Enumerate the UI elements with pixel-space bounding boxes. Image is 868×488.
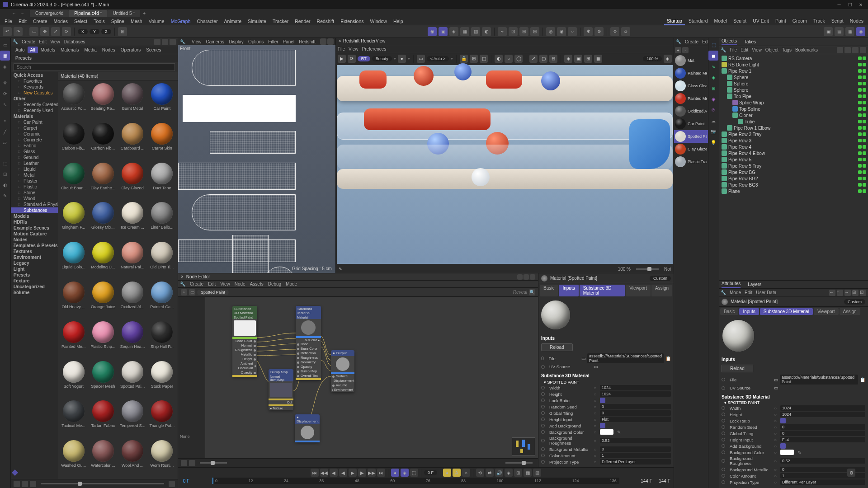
workplane-icon[interactable]: ◎ xyxy=(546,27,555,36)
material-item[interactable]: Circuit Boar... xyxy=(61,163,86,199)
extra-tool-icon-3[interactable]: ◐ xyxy=(0,180,10,190)
tool-icon-4[interactable]: ◐ xyxy=(482,27,491,36)
extras-icon[interactable]: ⊞ xyxy=(514,469,522,477)
color-swatch[interactable] xyxy=(780,450,794,455)
snap-icon-2[interactable]: ⊞ xyxy=(519,27,528,36)
extras-icon-3[interactable]: ▨ xyxy=(533,469,541,477)
tab-assign[interactable]: Assign xyxy=(651,285,672,296)
node-output[interactable]: ● Output Surface Displacement Volume Env… xyxy=(331,350,354,392)
material-item[interactable]: Worn Rusti... xyxy=(149,440,175,476)
asset-tab-operators[interactable]: Operators xyxy=(118,47,143,53)
menu-simulate[interactable]: Simulate xyxy=(245,18,269,25)
tool-icon-2[interactable]: ▦ xyxy=(460,27,469,36)
render-icon[interactable]: ▣ xyxy=(824,27,833,36)
asset-menu-create[interactable]: Create xyxy=(22,39,35,44)
poly-mode-icon[interactable]: ▱ xyxy=(0,137,10,147)
snap-icon[interactable]: ⊡ xyxy=(509,27,518,36)
close-button[interactable]: ✕ xyxy=(856,2,865,7)
current-frame-field[interactable]: 0 F xyxy=(424,470,437,475)
object-row[interactable]: Plane xyxy=(720,188,867,194)
rv-icon-7[interactable]: ◈ xyxy=(564,55,572,63)
menu-extensions[interactable]: Extensions xyxy=(338,18,366,25)
pingpong-icon[interactable]: ⇄ xyxy=(486,469,494,477)
render-queue-icon[interactable]: ▤ xyxy=(835,27,844,36)
tab-viewport[interactable]: Viewport xyxy=(626,285,651,296)
key-marker-icon[interactable] xyxy=(12,469,18,476)
tl-end1[interactable]: 144 F xyxy=(637,479,656,483)
zoom-fit-icon[interactable]: ◈ xyxy=(664,55,672,63)
maximize-button[interactable]: ☐ xyxy=(845,2,854,7)
attr-menu-mode[interactable]: Mode xyxy=(730,290,741,295)
camera-icon[interactable]: 📷 xyxy=(708,127,718,136)
next-key-button[interactable]: ▶▶ xyxy=(368,469,376,477)
asset-tab-auto[interactable]: Auto xyxy=(13,47,28,53)
asset-menu-edit[interactable]: Edit xyxy=(39,39,47,44)
material-item[interactable]: Car Paint xyxy=(149,83,175,119)
misc-icon[interactable]: ✱ xyxy=(584,27,593,36)
tool-icon[interactable]: ◈ xyxy=(449,27,458,36)
menu-spline[interactable]: Spline xyxy=(108,18,127,25)
material-item[interactable]: Carbon Fib... xyxy=(61,123,86,159)
menu-mesh[interactable]: Mesh xyxy=(128,18,145,25)
asset-menu-db[interactable]: Databases xyxy=(64,39,85,44)
timeline-track[interactable]: 012243648607688100112124136 xyxy=(212,478,619,484)
ne-add-icon[interactable]: + xyxy=(181,289,187,296)
ne-list-icon[interactable] xyxy=(189,460,195,466)
tree-item[interactable]: Example Scenes xyxy=(11,225,58,231)
checkbox[interactable] xyxy=(600,398,605,403)
value-field[interactable]: 0.52 xyxy=(780,458,865,464)
tree-item[interactable]: Quick Access xyxy=(11,72,58,78)
layout-startup[interactable]: Startup xyxy=(664,17,685,25)
vp-menu-cameras[interactable]: Cameras xyxy=(206,39,225,44)
play-back-button[interactable]: ◀ xyxy=(339,469,347,477)
vp-menu-panel[interactable]: Panel xyxy=(283,39,295,44)
node-minimap[interactable] xyxy=(512,437,535,455)
asset-tab-all[interactable]: All xyxy=(28,47,38,53)
ne-menu-assets[interactable]: Assets xyxy=(250,282,264,286)
object-row[interactable]: Sphere xyxy=(720,74,867,80)
asset-tab-scenes[interactable]: Scenes xyxy=(143,47,164,53)
vp-menu-view[interactable]: View xyxy=(192,39,202,44)
value-field[interactable]: Flat xyxy=(600,417,671,422)
object-row[interactable]: Pipe Row BG2 xyxy=(720,175,867,182)
scale-key-icon[interactable]: ○ xyxy=(462,469,470,477)
value-field[interactable]: 1024 xyxy=(600,385,671,390)
obj-menu-object[interactable]: Object xyxy=(765,47,778,52)
value-field[interactable]: 1024 xyxy=(600,391,671,397)
ne-reveal[interactable]: Reveal xyxy=(513,290,527,295)
value-field[interactable]: 0 xyxy=(780,431,865,436)
tab-basic[interactable]: Basic xyxy=(720,308,738,315)
menu-volume[interactable]: Volume xyxy=(146,18,167,25)
asset-tree[interactable]: Quick AccessFavoritesKeywordsNew Capsule… xyxy=(11,72,58,479)
object-tree[interactable]: RS CameraRS Dome LightPipe Row 1SphereSp… xyxy=(719,54,868,280)
scale-tool-icon[interactable]: ⤡ xyxy=(0,99,10,109)
checkbox[interactable] xyxy=(780,443,786,449)
obj-menu-edit[interactable]: Edit xyxy=(741,47,748,52)
rv-icon-2[interactable]: ○ xyxy=(505,55,513,63)
object-row[interactable]: Pipe Row 1 Elbow xyxy=(720,125,867,131)
ne-menu-edit[interactable]: Edit xyxy=(208,282,216,286)
value-field[interactable]: Different Per Layer xyxy=(600,459,671,465)
tree-item[interactable]: HDRIs xyxy=(11,219,58,225)
material-item[interactable]: Modeling C... xyxy=(90,242,116,278)
tree-item[interactable]: Materials xyxy=(11,113,58,119)
rv-menu-file[interactable]: File xyxy=(338,47,345,52)
material-item[interactable]: Washed Ou... xyxy=(61,440,86,476)
layout-track[interactable]: Track xyxy=(811,17,828,25)
layout-model[interactable]: Model xyxy=(711,17,730,25)
rotate-tool-icon[interactable]: ⟳ xyxy=(0,89,10,99)
primitive-cube-icon[interactable]: ◼ xyxy=(708,51,718,61)
object-row[interactable]: Pipe Row 5 xyxy=(720,156,867,163)
asset-tab-models[interactable]: Models xyxy=(38,47,58,53)
scale-button[interactable]: ⤢ xyxy=(51,27,60,36)
attr-reload-button[interactable]: Reload xyxy=(722,365,753,372)
material-item[interactable]: Liquid Colo... xyxy=(61,242,86,278)
material-item[interactable]: Old Heavy ... xyxy=(61,282,86,318)
deformer-icon[interactable]: ⟳ xyxy=(708,105,718,115)
rt-badge[interactable]: RT xyxy=(358,56,370,61)
material-slot[interactable]: Mat xyxy=(674,54,708,67)
attr-custom[interactable]: Custom xyxy=(844,299,865,305)
tree-item[interactable]: Substances xyxy=(11,207,58,213)
viewport-solo-button[interactable]: ◉ xyxy=(428,27,437,36)
asset-wrench-icon[interactable]: 🔧 xyxy=(13,39,18,44)
